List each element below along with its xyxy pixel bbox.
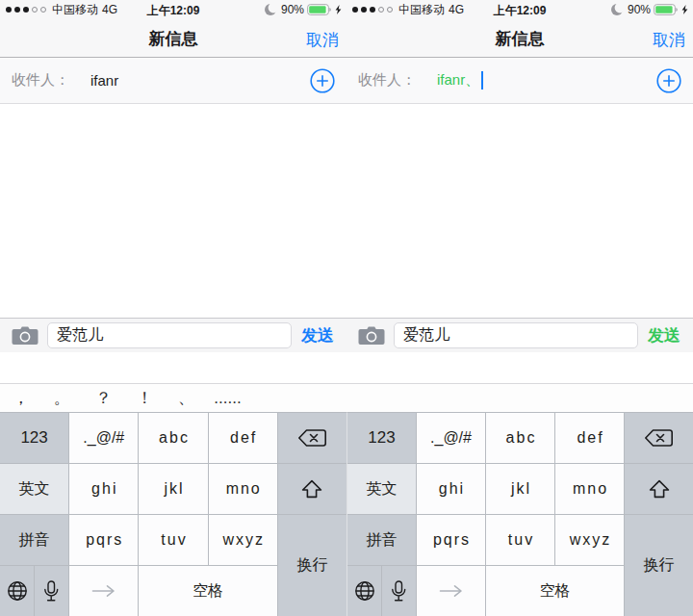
shift-icon: [649, 479, 670, 499]
text-cursor: [481, 71, 483, 90]
arrow-right-icon: [439, 584, 463, 598]
candidate-comma[interactable]: ，: [0, 387, 41, 409]
moon-icon: [610, 3, 625, 16]
key-return[interactable]: 换行: [278, 515, 346, 616]
key-backspace[interactable]: [278, 413, 346, 463]
cancel-button[interactable]: 取消: [653, 29, 685, 51]
side-by-side-screenshots: 中国移动 4G 上午12:09 90% 新信息 取消 收件人： ifanr: [0, 0, 693, 616]
plus-circle-icon: [310, 68, 335, 93]
key-english[interactable]: 英文: [347, 464, 416, 514]
candidate-period[interactable]: 。: [41, 387, 83, 409]
phone-screen-right: 中国移动 4G 上午12:09 90% 新信息 取消 收件人： ifanr、: [346, 0, 693, 616]
cancel-button[interactable]: 取消: [306, 29, 339, 51]
key-def[interactable]: def: [209, 413, 277, 463]
key-123[interactable]: 123: [0, 413, 68, 463]
candidate-ellipsis[interactable]: ......: [207, 389, 248, 408]
candidate-bar-empty: [346, 383, 693, 412]
message-input[interactable]: 爱范儿: [394, 322, 638, 348]
recipient-value: ifanr、: [437, 71, 479, 90]
key-mic[interactable]: [35, 566, 68, 616]
key-wxyz[interactable]: wxyz: [209, 515, 277, 565]
page-title: 新信息: [346, 28, 693, 50]
nine-key-keyboard: 123 ._@/# abc def 英文 ghi jkl mno 拼音 pqrs…: [0, 412, 346, 616]
key-globe[interactable]: [0, 566, 34, 616]
key-mno[interactable]: mno: [209, 464, 277, 514]
key-pqrs[interactable]: pqrs: [417, 515, 485, 565]
battery-percent-label: 90%: [628, 3, 651, 16]
add-contact-button[interactable]: [310, 68, 335, 93]
moon-icon: [264, 3, 278, 16]
message-toolbar: 爱范儿 发送: [0, 318, 346, 352]
add-contact-button[interactable]: [656, 68, 681, 93]
battery-icon: [654, 4, 679, 15]
header: 中国移动 4G 上午12:09 90% 新信息 取消: [0, 0, 346, 58]
recipient-row[interactable]: 收件人： ifanr: [0, 58, 346, 104]
key-shift[interactable]: [278, 464, 346, 514]
key-pinyin[interactable]: 拼音: [347, 515, 416, 565]
key-globe[interactable]: [347, 566, 381, 616]
key-pinyin[interactable]: 拼音: [0, 515, 68, 565]
key-abc[interactable]: abc: [139, 413, 207, 463]
key-return[interactable]: 换行: [625, 515, 693, 616]
backspace-icon: [644, 428, 674, 448]
key-shift[interactable]: [625, 464, 693, 514]
camera-button[interactable]: [8, 325, 42, 346]
key-mno[interactable]: mno: [555, 464, 624, 514]
candidate-bar: ， 。 ？ ！ 、 ......: [0, 383, 346, 412]
mic-icon: [43, 580, 60, 603]
key-english[interactable]: 英文: [0, 464, 68, 514]
key-space[interactable]: 空格: [486, 566, 624, 616]
recipient-value: ifanr: [90, 72, 118, 89]
key-jkl[interactable]: jkl: [486, 464, 554, 514]
key-tuv[interactable]: tuv: [139, 515, 207, 565]
status-bar: 中国移动 4G 上午12:09 90%: [346, 0, 693, 19]
arrow-right-icon: [91, 584, 116, 598]
battery-icon: [307, 4, 332, 15]
recipient-label: 收件人：: [358, 71, 416, 90]
key-arrow[interactable]: [69, 566, 138, 616]
header: 中国移动 4G 上午12:09 90% 新信息 取消: [346, 0, 693, 58]
key-jkl[interactable]: jkl: [139, 464, 207, 514]
message-text: 爱范儿: [57, 325, 103, 346]
recipient-label: 收件人：: [12, 71, 69, 90]
phone-screen-left: 中国移动 4G 上午12:09 90% 新信息 取消 收件人： ifanr: [0, 0, 346, 616]
recipient-row[interactable]: 收件人： ifanr、: [346, 58, 693, 104]
status-right: 90%: [264, 0, 342, 19]
camera-icon: [12, 325, 38, 346]
globe-icon: [7, 580, 28, 602]
battery-percent-label: 90%: [281, 3, 304, 16]
message-toolbar: 爱范儿 发送: [346, 318, 693, 352]
key-ghi[interactable]: ghi: [417, 464, 485, 514]
key-symbols[interactable]: ._@/#: [69, 413, 138, 463]
nine-key-keyboard: 123 ._@/# abc def 英文 ghi jkl mno 拼音 pqrs…: [346, 412, 693, 616]
plus-circle-icon: [656, 68, 681, 93]
key-wxyz[interactable]: wxyz: [555, 515, 624, 565]
key-symbols[interactable]: ._@/#: [417, 413, 485, 463]
key-tuv[interactable]: tuv: [486, 515, 554, 565]
key-mic[interactable]: [382, 566, 416, 616]
candidate-question[interactable]: ？: [83, 387, 124, 409]
message-text: 爱范儿: [403, 325, 449, 346]
globe-icon: [354, 580, 375, 602]
page-title: 新信息: [0, 28, 346, 50]
key-abc[interactable]: abc: [486, 413, 554, 463]
mic-icon: [391, 580, 407, 603]
send-button[interactable]: 发送: [643, 324, 685, 346]
key-123[interactable]: 123: [347, 413, 416, 463]
status-bar: 中国移动 4G 上午12:09 90%: [0, 0, 346, 19]
key-def[interactable]: def: [555, 413, 624, 463]
status-right: 90%: [610, 0, 688, 19]
send-button[interactable]: 发送: [296, 324, 339, 346]
key-backspace[interactable]: [625, 413, 693, 463]
candidate-exclaim[interactable]: ！: [124, 387, 166, 409]
backspace-icon: [297, 428, 327, 448]
key-space[interactable]: 空格: [139, 566, 276, 616]
key-arrow[interactable]: [417, 566, 485, 616]
camera-icon: [358, 325, 385, 346]
key-pqrs[interactable]: pqrs: [69, 515, 138, 565]
message-input[interactable]: 爱范儿: [47, 322, 292, 348]
key-ghi[interactable]: ghi: [69, 464, 138, 514]
candidate-enum-comma[interactable]: 、: [166, 387, 207, 409]
camera-button[interactable]: [354, 325, 389, 346]
shift-icon: [301, 479, 322, 499]
